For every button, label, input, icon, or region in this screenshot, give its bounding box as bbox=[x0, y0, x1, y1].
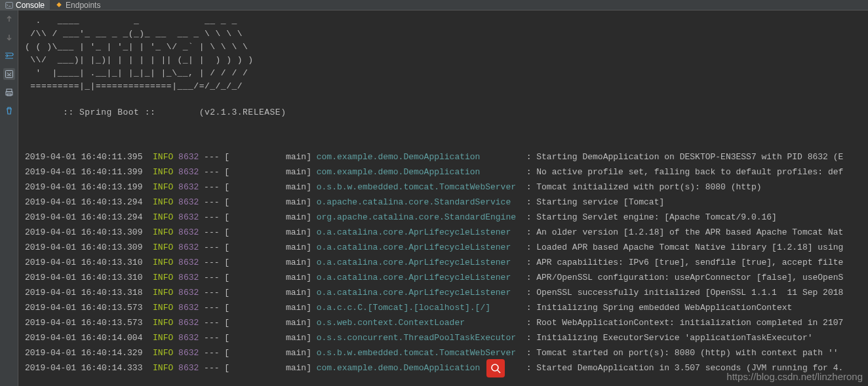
log-row: 2019-04-01 16:40:11.395 INFO 8632 --- [ … bbox=[25, 149, 865, 164]
svg-rect-1 bbox=[5, 71, 12, 78]
spring-banner: . ____ _ __ _ _ /\\ / ___'_ __ _ _(_)_ _… bbox=[25, 14, 865, 93]
log-row: 2019-04-01 16:40:13.309 INFO 8632 --- [ … bbox=[25, 240, 865, 255]
tab-endpoints[interactable]: Endpoints bbox=[50, 0, 106, 10]
tab-console-label: Console bbox=[16, 1, 45, 10]
log-row: 2019-04-01 16:40:14.004 INFO 8632 --- [ … bbox=[25, 330, 865, 345]
svg-rect-0 bbox=[6, 2, 13, 8]
watermark-text: https://blog.csdn.net/linzherong bbox=[726, 371, 863, 382]
log-row: 2019-04-01 16:40:13.309 INFO 8632 --- [ … bbox=[25, 225, 865, 240]
boot-version: (v2.1.3.RELEASE) bbox=[161, 107, 286, 117]
terminal-icon bbox=[5, 1, 13, 9]
console-gutter bbox=[0, 10, 18, 386]
log-row: 2019-04-01 16:40:14.329 INFO 8632 --- [ … bbox=[25, 345, 865, 360]
boot-name: :: Spring Boot :: bbox=[58, 107, 161, 117]
clear-all-icon[interactable] bbox=[3, 105, 15, 117]
console-output[interactable]: . ____ _ __ _ _ /\\ / ___'_ __ _ _(_)_ _… bbox=[18, 10, 868, 386]
svg-line-6 bbox=[498, 370, 500, 373]
log-row: 2019-04-01 16:40:11.399 INFO 8632 --- [ … bbox=[25, 164, 865, 180]
log-row: 2019-04-01 16:40:13.310 INFO 8632 --- [ … bbox=[25, 270, 865, 285]
spring-boot-line: :: Spring Boot :: (v2.1.3.RELEASE) bbox=[25, 93, 865, 132]
log-row: 2019-04-01 16:40:13.573 INFO 8632 --- [ … bbox=[25, 300, 865, 315]
log-row: 2019-04-01 16:40:13.294 INFO 8632 --- [ … bbox=[25, 195, 865, 210]
log-row: 2019-04-01 16:40:13.573 INFO 8632 --- [ … bbox=[25, 315, 865, 330]
print-icon[interactable] bbox=[3, 87, 15, 98]
tab-endpoints-label: Endpoints bbox=[66, 1, 100, 10]
log-row: 2019-04-01 16:40:13.199 INFO 8632 --- [ … bbox=[25, 180, 865, 195]
soft-wrap-icon[interactable] bbox=[3, 50, 15, 62]
tool-tabs: Console Endpoints bbox=[0, 0, 868, 10]
log-lines: 2019-04-01 16:40:11.395 INFO 8632 --- [ … bbox=[25, 149, 865, 376]
svg-point-5 bbox=[492, 364, 498, 371]
endpoints-icon bbox=[55, 1, 63, 9]
log-row: 2019-04-01 16:40:13.294 INFO 8632 --- [ … bbox=[25, 210, 865, 225]
svg-rect-2 bbox=[7, 89, 12, 92]
scroll-down-icon[interactable] bbox=[3, 31, 15, 43]
tab-console[interactable]: Console bbox=[0, 0, 50, 10]
scroll-up-icon[interactable] bbox=[3, 13, 15, 25]
scroll-to-end-icon[interactable] bbox=[3, 68, 15, 80]
log-row: 2019-04-01 16:40:13.318 INFO 8632 --- [ … bbox=[25, 285, 865, 300]
log-row: 2019-04-01 16:40:13.310 INFO 8632 --- [ … bbox=[25, 255, 865, 270]
search-overlay-icon[interactable] bbox=[486, 359, 505, 377]
